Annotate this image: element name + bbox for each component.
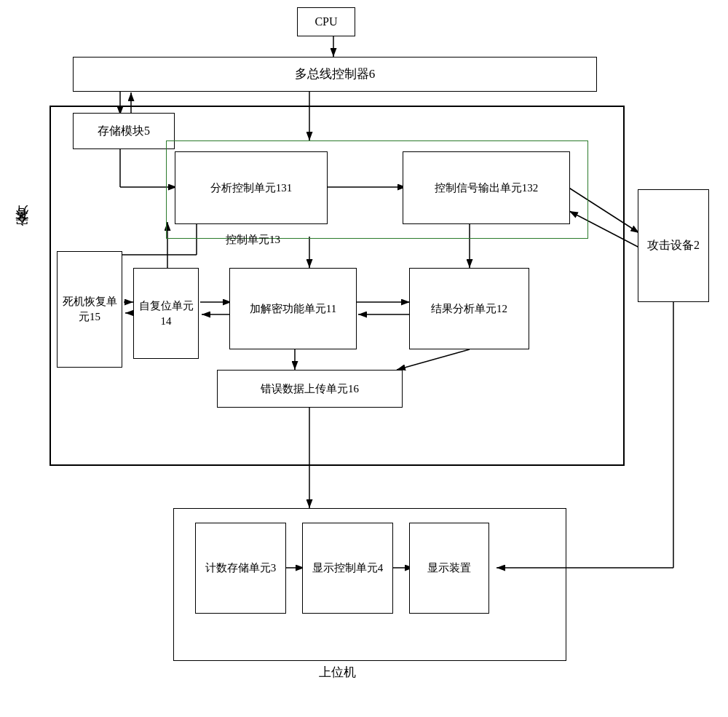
self-reset-box: 自复位单元14 <box>133 268 199 359</box>
encrypt-decrypt-box: 加解密功能单元11 <box>229 268 357 349</box>
control-unit-label: 控制单元13 <box>226 233 280 247</box>
upper-machine-label: 上位机 <box>319 664 356 681</box>
analysis-control-box: 分析控制单元131 <box>175 151 328 224</box>
error-upload-box: 错误数据上传单元16 <box>217 370 403 408</box>
diagram-container: CPU 多总线控制器6 存储模块5 安全芯片 控制单元13 分析控制单元131 … <box>0 0 728 717</box>
cpu-box: CPU <box>297 7 355 36</box>
security-chip-label: 安全芯片 <box>13 226 31 237</box>
display-device-box: 显示装置 <box>409 523 489 614</box>
result-analysis-box: 结果分析单元12 <box>409 268 529 349</box>
bus-controller-box: 多总线控制器6 <box>73 57 597 92</box>
dead-recovery-box: 死机恢复单元15 <box>57 251 122 368</box>
control-signal-output-box: 控制信号输出单元132 <box>403 151 570 224</box>
count-storage-box: 计数存储单元3 <box>195 523 286 614</box>
display-control-box: 显示控制单元4 <box>302 523 393 614</box>
attack-device-box: 攻击设备2 <box>638 189 709 302</box>
